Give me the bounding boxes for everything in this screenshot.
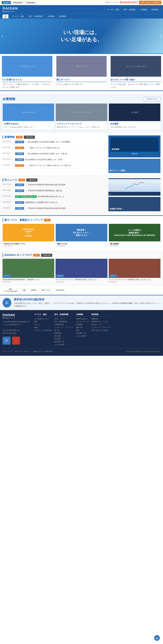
footer-nav-item[interactable]: ありがとうへの取り組み xyxy=(34,329,52,332)
sec-nav-item[interactable]: 企業情報 xyxy=(45,14,57,18)
company-col-2[interactable]: 会社概要 会社概要 当社の基本情報をご覧いただけます。 xyxy=(109,104,161,130)
footer-nav-item[interactable]: 採用カレンダー xyxy=(91,323,111,326)
news-item[interactable]: 2017/10/25 企業情報 📄 個人投資家向け会社説明会を開催します（大阪 … xyxy=(2,152,107,157)
footer-nav-item[interactable]: 開示資料・IR xyxy=(76,332,89,334)
product-card-0[interactable]: HAPSecurity Hybrid AI Security HAPSecuri… xyxy=(2,224,54,248)
new-services-rss-btn[interactable]: RSS xyxy=(44,219,50,222)
service-col-2[interactable]: ありがとうへの取り組み ありがとうへの取り組み ダイサンが取り組む、ありがとうへ… xyxy=(109,54,163,90)
footer-nav-item[interactable]: 40周年のあゆみ xyxy=(76,318,89,320)
news-list: 2017/11/22 企業情報 📄 個人投資家向け会社説明会を開催します（名古屋… xyxy=(2,140,107,168)
footer-nav-item[interactable]: コーポレート・ガバナンス xyxy=(91,326,111,329)
partner-logo[interactable]: 大阪 xyxy=(20,288,27,292)
footer-nav-item[interactable]: 株主・投資家情報 xyxy=(54,320,74,323)
ir-item[interactable]: 2017/09/30 決算短信 組織変更及び2人事異動に関するお知らせ xyxy=(2,201,107,206)
lang-btn-vietnamese[interactable]: Vietnamese xyxy=(11,1,24,4)
footer-nav-item[interactable]: 株主情報 xyxy=(54,334,74,338)
footer-iso-badge: JABISO xyxy=(2,337,10,344)
nav-item[interactable]: 採用・反課報告 xyxy=(122,8,138,12)
company-link-btn[interactable]: 企業情報を見る xyxy=(144,97,161,101)
company-col-0[interactable]: 40周年のあゆみ 40周年のあゆみ ダイサンのあゆみを動画でご紹介します。 xyxy=(2,104,54,130)
font-size-control: 文字サイズ 小 大 xyxy=(105,1,119,4)
investor-card-title: 株主・投資家情報 xyxy=(110,189,125,192)
nav-item[interactable]: サービス・製品 xyxy=(105,8,121,12)
contact-button[interactable]: お問い合わせ・お見積り xyxy=(139,1,162,4)
footer-nav-item[interactable]: 株主総会 xyxy=(54,338,74,340)
footer-nav-item[interactable]: お問い合わせ・お見積り xyxy=(91,329,111,332)
footer-nav-item[interactable]: よくある質問 xyxy=(54,343,74,346)
lang-btn-english[interactable]: English xyxy=(1,1,11,4)
lang-btn-indonesian[interactable]: Indonesian xyxy=(25,1,37,4)
footer-bottom-link[interactable]: プライバシーポリシー xyxy=(15,350,30,352)
ir-all-btn[interactable]: 一覧を見る xyxy=(26,178,37,182)
blog-rss-btn[interactable]: RSS xyxy=(33,254,40,256)
hero-nav-left[interactable]: ‹ xyxy=(1,33,3,39)
footer-bottom-link[interactable]: サイトマップ xyxy=(2,350,12,352)
footer-nav-item[interactable]: 会社概要 xyxy=(76,323,89,326)
footer-nav-col: 株主・投資家情報社長メッセージ株主・投資家情報中期経営計画コーポレート・ガバナン… xyxy=(54,313,74,346)
footer-nav-item[interactable]: 商品 xyxy=(34,326,52,329)
ir-item[interactable]: 2017/11/02 株主・投資家向けお知らせ 第44期定時株主総会を終えました xyxy=(2,195,107,200)
ir-list: 2017/11/30 決算短信 📄 平成30年4月期第2四半期決算短信 修正送付… xyxy=(2,183,107,212)
partner-logo[interactable]: 松田 ブログ xyxy=(40,288,52,292)
home-button[interactable]: 🏠 xyxy=(2,14,8,18)
investor-card[interactable]: 株主・投資家情報 IR xyxy=(108,178,161,196)
sec-nav-item[interactable]: サービス・製品 xyxy=(10,14,26,18)
nav-item[interactable]: 採用情報 xyxy=(150,8,161,12)
sec-nav-item[interactable]: 株主・投資家情報 xyxy=(26,14,45,18)
footer-nav-item[interactable]: 投資家向け xyxy=(54,332,74,334)
footer-nav-item[interactable]: 中期経営計画 xyxy=(54,323,74,326)
partner-logo[interactable]: BBC For the Baseball xyxy=(2,288,19,293)
footer-nav-item[interactable]: ビケ足場のなりたち xyxy=(34,318,52,320)
font-large-btn[interactable]: 大 xyxy=(117,1,119,4)
blog-all-btn[interactable]: 一覧を見る xyxy=(41,254,52,257)
ir-item[interactable]: 2017/11/06 決算短信 📄 平成30年4月期第2四半期決算短信（修正後） xyxy=(2,189,107,194)
news-item[interactable]: 2017/11/15 お知らせ 📄 「滋賀サービスセンター移転のお知らせ」 xyxy=(2,146,107,151)
partner-logo[interactable]: IRONMAN xyxy=(54,288,66,292)
ir-item[interactable]: 2017/08/30 決算短信 📄 平成30年4月期第2四半期決算短信 修正送付… xyxy=(2,207,107,212)
company-cols: 40周年のあゆみ 40周年のあゆみ ダイサンのあゆみを動画でご紹介します。 ビケ… xyxy=(2,104,161,130)
product-card-1[interactable]: 簡単設置！ 見た目がスッキリ！ 簡易アサガオ 簡易アサガオ 2017/02/09 xyxy=(56,224,107,248)
blog-card-2[interactable]: スポーツ アイアンマンマレーシア、松田選手を応援してきましたた。 2017/12… xyxy=(109,259,161,283)
company-section: 企業情報 企業情報を見る 40周年のあゆみ 40周年のあゆみ ダイサンのあゆみを… xyxy=(0,94,163,133)
recruit-card[interactable]: 採用情報 Recruit xyxy=(108,136,161,158)
news-all-btn[interactable]: 一覧を見る xyxy=(24,136,35,139)
news-right: 採用情報 Recruit 熟工スタッフ募集♦ xyxy=(108,136,161,173)
news-item[interactable]: 2017/10/03 企業情報 個人投資家向け会社説明会を開催します（広島） xyxy=(2,158,107,163)
footer-nav-item[interactable]: 歴史 xyxy=(76,329,89,332)
font-small-btn[interactable]: 小 xyxy=(115,1,116,4)
lang-buttons: EnglishVietnameseIndonesian xyxy=(1,1,37,4)
sec-nav-item[interactable]: 採用情報 xyxy=(57,14,68,18)
ir-rss-btn[interactable]: RSS xyxy=(18,178,25,181)
news-item[interactable]: 2017/09/11 お知らせ 📄 「福山サービスセンター移転のお知らせ」の一部… xyxy=(2,164,107,168)
nav-item[interactable]: 企業情報 xyxy=(138,8,149,12)
footer-nav-item[interactable]: よくある質問 xyxy=(76,334,89,338)
products-row: HAPSecurity Hybrid AI Security HAPSecuri… xyxy=(2,224,161,248)
footer-nav-item[interactable]: 開示資料・IR xyxy=(54,340,74,343)
news-rss-btn[interactable]: RSS xyxy=(16,136,22,138)
footer-nav-col: 採用情報新着情報DAISANスタッフブログ採用カレンダーコーポレート・ガバナンス… xyxy=(91,313,111,346)
footer-nav-item[interactable]: IR一覧 xyxy=(54,329,74,332)
footer-nav-item[interactable]: 施設一覧 xyxy=(76,326,89,329)
partner-logo[interactable]: UBIWA xyxy=(29,288,38,292)
footer-nav-item[interactable]: 施工 xyxy=(34,320,52,323)
blog-card-1[interactable]: スポーツ アイアンマンマレーシア、松田選手を応援してきましたた。 2017/11… xyxy=(56,259,107,283)
investor2-card[interactable]: 投資家の皆様へ xyxy=(108,197,161,211)
service-col-1[interactable]: 施工サービス 施工サービス ダイサンの施工サービス紹介です。 xyxy=(54,54,109,90)
product-card-2[interactable]: コンパネ固定の 軽減化実現！ GOOD SELF-CARE MATERIALS … xyxy=(109,224,161,248)
ir-item[interactable]: 2017/11/30 決算短信 📄 平成30年4月期第2四半期決算短信 修正送付… xyxy=(2,183,107,188)
news-item[interactable]: 2017/11/22 企業情報 📄 個人投資家向け会社説明会を開催します（名古屋… xyxy=(2,140,107,145)
service-col-0[interactable]: ビケ足場のなりたち ビケ足場のなりたち 「枠（くさび）」の原理を応用した「ビケ足… xyxy=(0,54,54,90)
footer-nav-item[interactable]: 社長メッセージ xyxy=(54,318,74,320)
footer-nav-item[interactable]: 新着情報 xyxy=(91,318,111,320)
footer-nav-item[interactable]: DAISANスタッフブログ xyxy=(91,320,111,323)
blog-card-0[interactable]: スポーツ 宇田社員所属三瓶自動車水島FC 全国地域サッカー... 2017/12… xyxy=(2,259,54,283)
hero-nav-right[interactable]: › xyxy=(160,33,162,39)
footer-nav-item[interactable]: ビケネットワーク xyxy=(76,320,89,323)
footer-nav-item[interactable]: サービス xyxy=(34,323,52,326)
ir-title: IRニュース xyxy=(2,178,17,182)
company-col-1[interactable]: ビケネットワークについて ビケネットワークについて 重要互承平のネットワーク「ビ… xyxy=(56,104,107,130)
skilled-card[interactable]: 熟工スタッフ募集♦ xyxy=(108,159,161,173)
footer-nav-item[interactable]: コーポレート・ガバナンス xyxy=(54,326,74,329)
footer-bottom-link[interactable]: 情報セキュリティ基本方針 xyxy=(33,350,52,352)
logo[interactable]: DAISAN xyxy=(2,6,18,10)
